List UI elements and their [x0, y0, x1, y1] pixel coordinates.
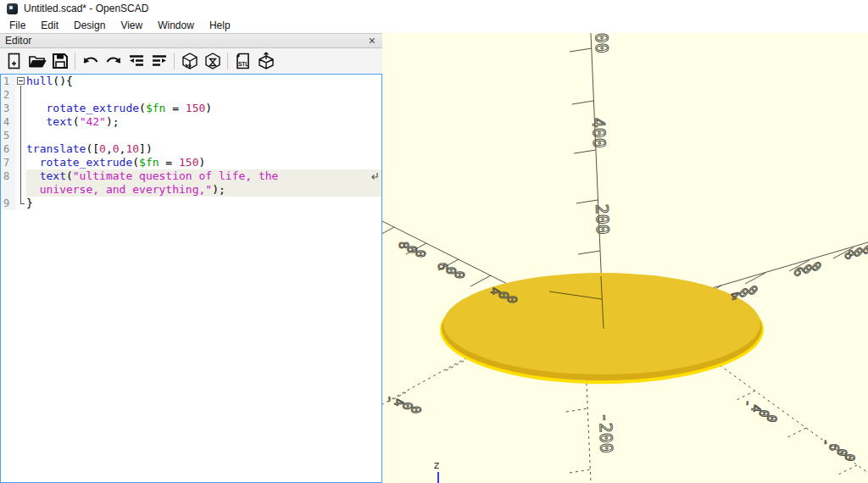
code-token: rotate_extrude: [40, 156, 133, 169]
undo-icon: [81, 53, 100, 69]
code-token: 0: [99, 142, 106, 155]
unindent-button[interactable]: [125, 50, 147, 72]
toolbar-separator: [75, 53, 75, 69]
line-number: [1, 183, 15, 197]
code-line: 1hull(){: [1, 75, 381, 88]
line-number: 5: [1, 129, 15, 142]
line-number: 8: [1, 169, 15, 183]
indent-button[interactable]: [147, 50, 170, 72]
code-token: [26, 156, 40, 169]
code-token: text: [40, 169, 66, 182]
gizmo-z-label: z: [433, 458, 440, 471]
code-token: 150: [186, 102, 205, 114]
line-number: 1: [1, 75, 15, 88]
code-text: rotate_extrude($fn = 150): [26, 156, 381, 169]
3d-canvas: 600 400 200 -200 800 600 400 400 600 800…: [382, 33, 868, 483]
export-stl-button[interactable]: STL: [231, 50, 254, 72]
wrap-marker-icon: [370, 172, 379, 181]
code-token: $fn: [146, 102, 165, 114]
indent-icon: [150, 53, 169, 69]
code-editor[interactable]: 1hull(){2 3 rotate_extrude($fn = 150)4 t…: [0, 74, 382, 483]
line-number: 2: [1, 88, 15, 102]
preview-button[interactable]: [178, 50, 201, 72]
code-text: translate([0,0,10]): [26, 142, 381, 156]
open-file-button[interactable]: [25, 50, 48, 72]
undo-button[interactable]: [79, 50, 102, 72]
code-token: [26, 183, 40, 196]
code-text: [26, 129, 381, 142]
menu-view[interactable]: View: [113, 18, 150, 33]
code-token: 0: [113, 142, 120, 155]
fold-margin: [15, 156, 26, 169]
line-number: 7: [1, 156, 15, 169]
menu-design[interactable]: Design: [66, 18, 113, 33]
unindent-icon: [127, 53, 146, 69]
menu-edit[interactable]: Edit: [33, 18, 66, 33]
openscad-window: Untitled.scad* - OpenSCAD File Edit Desi…: [0, 0, 868, 483]
code-token: 150: [179, 156, 198, 169]
save-button[interactable]: [48, 50, 71, 72]
code-line: 2: [1, 88, 381, 102]
menu-file[interactable]: File: [2, 18, 33, 33]
stl-icon-label: STL: [238, 61, 248, 67]
view-all-button[interactable]: [254, 50, 277, 72]
code-text: rotate_extrude($fn = 150): [26, 102, 381, 115]
menu-window[interactable]: Window: [150, 18, 202, 33]
fold-margin: [15, 88, 26, 102]
fold-line: [20, 169, 21, 183]
fold-line: [20, 183, 21, 197]
export-stl-icon: STL: [234, 52, 253, 70]
code-line: 6translate([0,0,10]): [1, 142, 381, 156]
app-icon: [7, 3, 18, 14]
code-token: (: [73, 115, 80, 128]
code-token: (){: [53, 75, 72, 87]
line-number: 4: [1, 115, 15, 129]
preview-cube-icon: [181, 52, 199, 70]
code-token: );: [106, 115, 120, 128]
fold-marker-icon[interactable]: [17, 77, 25, 85]
code-token: "ultimate question of life, the: [73, 169, 279, 182]
code-text: text("ultimate question of life, the: [26, 169, 381, 183]
fold-margin: [15, 129, 26, 142]
code-line: 7 rotate_extrude($fn = 150): [1, 156, 381, 169]
close-icon[interactable]: ×: [367, 36, 377, 46]
code-token: [26, 169, 40, 182]
axis-label: -200: [595, 412, 617, 453]
code-token: ): [205, 102, 212, 114]
code-token: (: [132, 156, 139, 169]
code-token: [26, 115, 46, 128]
code-token: ): [199, 156, 206, 169]
axis-label: 400: [588, 117, 609, 148]
orientation-gizmo: z: [433, 458, 440, 483]
render-button[interactable]: [201, 50, 224, 72]
code-token: text: [46, 115, 72, 128]
code-token: hull: [26, 75, 53, 87]
window-title: Untitled.scad* - OpenSCAD: [24, 3, 148, 14]
code-token: );: [212, 183, 225, 196]
menu-bar: File Edit Design View Window Help: [0, 17, 868, 33]
axis-label: 600: [431, 257, 471, 287]
fold-margin: [15, 102, 26, 115]
axis-labels: 600 400 200 -200 800 600 400 400 600 800…: [382, 33, 868, 469]
code-line: 3 rotate_extrude($fn = 150): [1, 102, 381, 115]
editor-dock-title: Editor: [5, 35, 367, 47]
code-token: =: [159, 156, 179, 169]
3d-viewport[interactable]: 600 400 200 -200 800 600 400 400 600 800…: [382, 33, 868, 483]
menu-help[interactable]: Help: [202, 18, 238, 33]
code-text: }: [26, 197, 381, 210]
code-token: (: [139, 102, 146, 114]
new-file-button[interactable]: [3, 50, 25, 72]
fold-line: [20, 129, 21, 142]
code-token: 10: [125, 142, 139, 155]
code-token: universe, and everything,": [40, 183, 213, 196]
code-token: [26, 102, 46, 114]
fold-margin: [15, 142, 26, 156]
axis-label: -400: [737, 393, 783, 431]
redo-button[interactable]: [102, 50, 125, 72]
code-token: $fn: [139, 156, 159, 169]
line-number: 9: [1, 197, 15, 210]
axis-label: -600: [815, 432, 861, 470]
line-number: 3: [1, 102, 15, 115]
fold-margin: [15, 115, 26, 129]
code-token: "42": [80, 115, 106, 128]
